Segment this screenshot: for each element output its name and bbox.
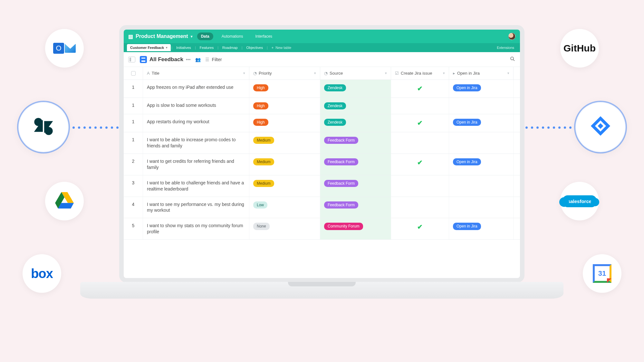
cell-open-jira[interactable] — [449, 132, 514, 153]
tab-roadmap[interactable]: Roadmap — [219, 44, 241, 51]
search-button[interactable] — [510, 56, 515, 63]
cell-title[interactable]: App freezes on my iPad after extended us… — [143, 80, 249, 97]
single-select-icon: ◔ — [253, 71, 257, 76]
plus-icon: + — [272, 46, 274, 50]
tab-initiatives[interactable]: Initiatives — [173, 44, 194, 51]
table-row[interactable]: 5I want to show my stats on my community… — [124, 218, 520, 240]
cell-priority[interactable]: Medium — [249, 132, 320, 153]
col-priority[interactable]: ◔Priority▾ — [249, 67, 320, 79]
col-create-jira[interactable]: ☑Create Jira issue▾ — [391, 67, 449, 79]
view-switcher[interactable]: All Feedback ••• — [140, 56, 191, 63]
cell-source[interactable]: Feedback Form — [320, 197, 391, 218]
integration-salesforce: salesforce — [560, 182, 599, 220]
add-table-label: New table — [275, 46, 291, 50]
extensions-button[interactable]: Extensions — [497, 46, 517, 50]
cell-open-jira[interactable]: Open in Jira — [449, 154, 514, 175]
col-source[interactable]: ◔Source▾ — [320, 67, 391, 79]
cell-title[interactable]: I want to get credits for referring frie… — [143, 154, 249, 175]
nav-automations[interactable]: Automations — [218, 32, 247, 40]
table-row[interactable]: 1I want to be able to increase promo cod… — [124, 132, 520, 154]
app-header: ▧ Product Management ▾ Data Automations … — [124, 30, 520, 43]
cell-create-jira[interactable]: ✔ — [391, 154, 449, 175]
chevron-down-icon: ▾ — [385, 71, 387, 75]
jira-icon — [589, 115, 612, 139]
table-row[interactable]: 1App freezes on my iPad after extended u… — [124, 80, 520, 98]
tab-customer-feedback[interactable]: Customer Feedback ▾ — [127, 44, 171, 51]
people-icon: 👥 — [195, 57, 201, 62]
cell-open-jira[interactable] — [449, 175, 514, 197]
cell-open-jira[interactable]: Open in Jira — [449, 218, 514, 239]
cell-title[interactable]: I want to show my stats on my community … — [143, 218, 249, 239]
cell-priority[interactable]: Medium — [249, 175, 320, 197]
check-icon: ✔ — [417, 158, 423, 167]
nav-interfaces[interactable]: Interfaces — [251, 32, 276, 40]
table-row[interactable]: 2I want to get credits for referring fri… — [124, 154, 520, 175]
open-in-jira-button[interactable]: Open in Jira — [453, 223, 481, 230]
cell-open-jira[interactable]: Open in Jira — [449, 80, 514, 97]
cell-open-jira[interactable]: Open in Jira — [449, 114, 514, 132]
cell-source[interactable]: Zendesk — [320, 98, 391, 114]
search-icon — [510, 56, 515, 62]
cell-create-jira[interactable] — [391, 197, 449, 218]
col-open-jira[interactable]: ▸Open in Jira▾ — [449, 67, 514, 79]
table-row[interactable]: 3I want to be able to challenge friends … — [124, 175, 520, 197]
people-button[interactable]: 👥 — [195, 57, 201, 62]
cell-create-jira[interactable]: ✔ — [391, 80, 449, 97]
cell-open-jira[interactable] — [449, 197, 514, 218]
button-field-icon: ▸ — [453, 71, 455, 76]
cell-source[interactable]: Feedback Form — [320, 132, 391, 153]
cell-source[interactable]: Feedback Form — [320, 175, 391, 197]
tab-objectives[interactable]: Objectives — [243, 44, 266, 51]
cell-source[interactable]: Zendesk — [320, 114, 391, 132]
sidebar-toggle[interactable] — [128, 57, 135, 62]
add-table-button[interactable]: + New table — [268, 44, 294, 51]
cell-create-jira[interactable] — [391, 132, 449, 153]
table-row[interactable]: 1App is slow to load some workoutsHighZe… — [124, 98, 520, 114]
svg-point-0 — [34, 118, 42, 126]
table-tabs: Customer Feedback ▾ | Initiatives | Feat… — [124, 43, 520, 52]
tab-features[interactable]: Features — [197, 44, 217, 51]
nav-data[interactable]: Data — [197, 32, 213, 40]
cell-source[interactable]: Community Forum — [320, 218, 391, 239]
select-all-cell[interactable] — [124, 67, 143, 79]
cell-priority[interactable]: Low — [249, 197, 320, 218]
base-title[interactable]: ▧ Product Management ▾ — [128, 33, 193, 40]
box-icon: box — [31, 266, 53, 281]
cell-create-jira[interactable] — [391, 98, 449, 114]
chevron-down-icon: ▾ — [314, 71, 316, 75]
chevron-down-icon: ▾ — [191, 34, 193, 39]
cell-priority[interactable]: Medium — [249, 154, 320, 175]
table-row[interactable]: 1App restarts during my workoutHighZende… — [124, 114, 520, 132]
cell-priority[interactable]: High — [249, 80, 320, 97]
integration-jira — [576, 103, 625, 151]
open-in-jira-button[interactable]: Open in Jira — [453, 158, 481, 165]
cell-create-jira[interactable]: ✔ — [391, 114, 449, 132]
cell-priority[interactable]: None — [249, 218, 320, 239]
cell-title[interactable]: App restarts during my workout — [143, 114, 249, 132]
table-row[interactable]: 4I want to see my performance vs. my bes… — [124, 197, 520, 218]
row-index: 1 — [124, 80, 143, 97]
cell-open-jira[interactable] — [449, 98, 514, 114]
cell-title[interactable]: I want to see my performance vs. my best… — [143, 197, 249, 218]
cell-create-jira[interactable]: ✔ — [391, 218, 449, 239]
col-title[interactable]: ATitle▾ — [143, 67, 249, 79]
cell-source[interactable]: Zendesk — [320, 80, 391, 97]
cell-title[interactable]: App is slow to load some workouts — [143, 98, 249, 114]
check-icon: ✔ — [417, 84, 423, 93]
row-index: 5 — [124, 218, 143, 239]
cell-priority[interactable]: High — [249, 98, 320, 114]
open-in-jira-button[interactable]: Open in Jira — [453, 119, 481, 126]
base-title-text: Product Management — [136, 33, 188, 39]
filter-icon: ☰ — [205, 57, 209, 62]
cell-create-jira[interactable] — [391, 175, 449, 197]
single-select-icon: ◔ — [324, 71, 328, 76]
cell-priority[interactable]: High — [249, 114, 320, 132]
outlook-icon: O — [53, 43, 76, 54]
cell-title[interactable]: I want to be able to increase promo code… — [143, 132, 249, 153]
filter-button[interactable]: ☰ Filter — [205, 57, 222, 62]
integration-zendesk — [19, 103, 68, 151]
cell-source[interactable]: Feedback Form — [320, 154, 391, 175]
avatar[interactable] — [508, 33, 515, 40]
cell-title[interactable]: I want to be able to challenge friends a… — [143, 175, 249, 197]
open-in-jira-button[interactable]: Open in Jira — [453, 84, 481, 91]
